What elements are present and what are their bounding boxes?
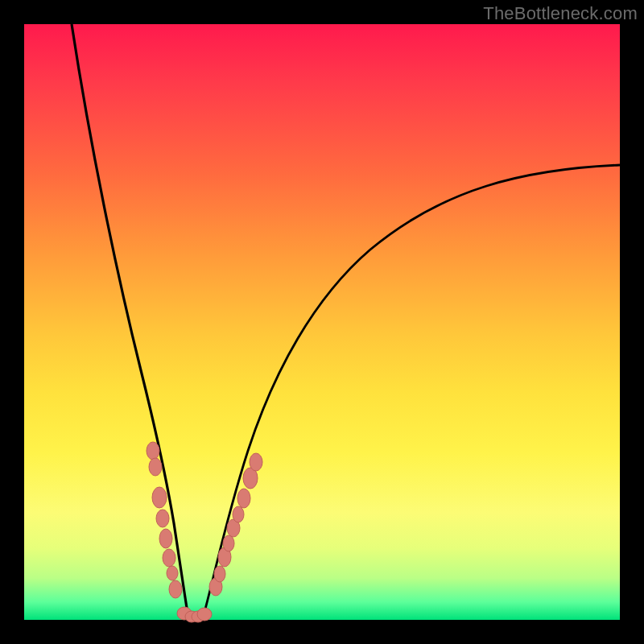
- svg-point-6: [167, 566, 178, 580]
- svg-point-18: [237, 489, 250, 508]
- svg-point-17: [233, 506, 244, 522]
- svg-point-5: [163, 549, 175, 567]
- svg-point-2: [152, 487, 167, 508]
- svg-point-15: [223, 535, 234, 551]
- svg-point-11: [197, 608, 212, 621]
- svg-point-20: [250, 453, 262, 471]
- watermark-text: TheBottleneck.com: [483, 3, 638, 24]
- svg-point-3: [156, 510, 169, 527]
- bottleneck-curve-svg: [24, 24, 620, 620]
- curve-left-branch: [72, 24, 188, 618]
- svg-point-4: [159, 529, 172, 548]
- curve-right-branch: [203, 165, 620, 618]
- svg-point-7: [169, 580, 182, 598]
- markers-bottom-cluster: [177, 607, 212, 622]
- markers-left-cluster: [147, 442, 182, 598]
- markers-right-cluster: [209, 453, 262, 596]
- svg-point-13: [214, 566, 225, 582]
- svg-point-0: [147, 442, 159, 460]
- svg-point-1: [149, 458, 162, 476]
